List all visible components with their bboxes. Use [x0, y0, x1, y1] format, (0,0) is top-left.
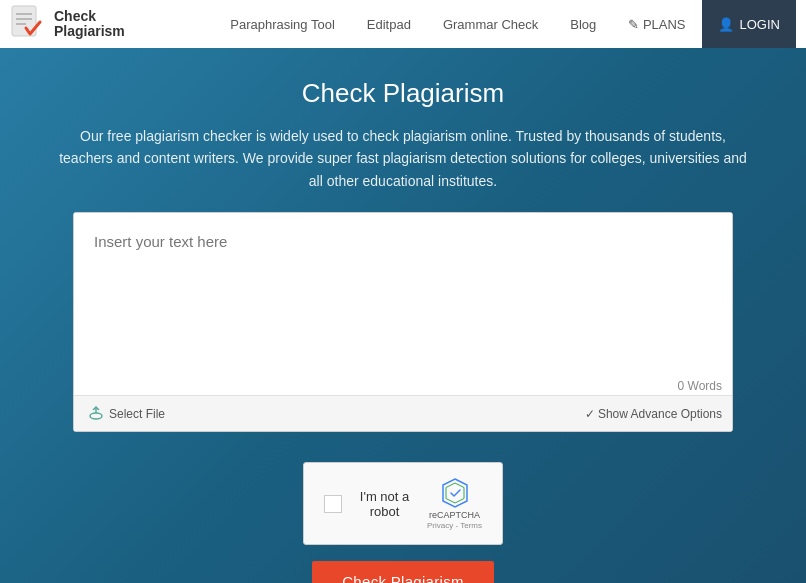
- captcha-box: I'm not a robot reCAPTCHA Privacy - Term…: [303, 462, 503, 545]
- select-file-button[interactable]: Select File: [84, 402, 169, 425]
- logo[interactable]: Check Plagiarism: [10, 4, 125, 44]
- page-title: Check Plagiarism: [20, 78, 786, 109]
- nav-grammar-check[interactable]: Grammar Check: [427, 3, 554, 46]
- editor-footer: Select File ✓ Show Advance Options: [74, 395, 732, 431]
- nav-paraphrasing-tool[interactable]: Paraphrasing Tool: [214, 3, 351, 46]
- login-button[interactable]: 👤 LOGIN: [702, 0, 796, 48]
- nav-blog[interactable]: Blog: [554, 3, 612, 46]
- user-icon: 👤: [718, 17, 734, 32]
- text-input[interactable]: [74, 213, 732, 373]
- check-button-area: Check Plagiarism: [20, 561, 786, 583]
- word-count: 0 Words: [74, 377, 732, 395]
- recaptcha-brand: reCAPTCHA: [429, 510, 480, 520]
- captcha-checkbox[interactable]: [324, 495, 342, 513]
- check-plagiarism-button[interactable]: Check Plagiarism: [312, 561, 494, 583]
- captcha-area: I'm not a robot reCAPTCHA Privacy - Term…: [20, 462, 786, 545]
- logo-icon: [10, 4, 46, 44]
- nav-editpad[interactable]: Editpad: [351, 3, 427, 46]
- logo-plagiarism: Plagiarism: [54, 24, 125, 39]
- recaptcha-logo: reCAPTCHA Privacy - Terms: [427, 477, 482, 530]
- main-content: Check Plagiarism Our free plagiarism che…: [0, 48, 806, 583]
- advance-options-toggle[interactable]: ✓ Show Advance Options: [585, 407, 722, 421]
- editor-container: 0 Words Select File ✓ Show Advance Optio…: [73, 212, 733, 432]
- recaptcha-icon: [439, 477, 471, 509]
- logo-text: Check Plagiarism: [54, 9, 125, 40]
- recaptcha-sub: Privacy - Terms: [427, 521, 482, 530]
- upload-icon: [88, 404, 104, 423]
- header: Check Plagiarism Paraphrasing Tool Editp…: [0, 0, 806, 48]
- captcha-label: I'm not a robot: [352, 489, 417, 519]
- svg-point-4: [90, 413, 102, 419]
- logo-check: Check: [54, 9, 125, 24]
- login-label: LOGIN: [740, 17, 780, 32]
- nav-plans[interactable]: ✎ PLANS: [612, 3, 701, 46]
- page-description: Our free plagiarism checker is widely us…: [53, 125, 753, 192]
- nav-links: Paraphrasing Tool Editpad Grammar Check …: [214, 0, 796, 48]
- select-file-label: Select File: [109, 407, 165, 421]
